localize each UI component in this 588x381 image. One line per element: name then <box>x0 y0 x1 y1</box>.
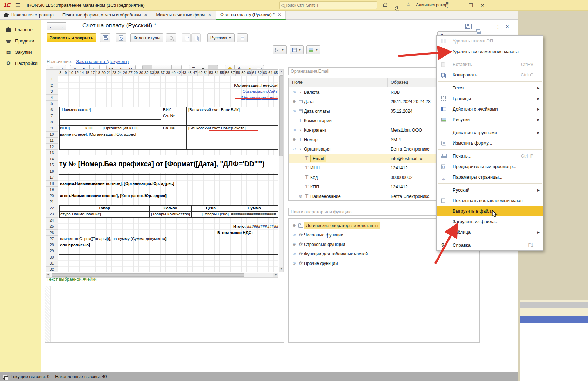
sidebar-item-settings[interactable]: ⚙ Настройки <box>0 58 41 69</box>
expand-icon[interactable]: ⊕ <box>291 109 297 113</box>
expand-icon[interactable]: ⊕ <box>291 137 297 142</box>
row-header[interactable]: 23 <box>46 211 58 218</box>
cell-supplier[interactable]: изация.Наименование полное], [Организаци… <box>60 181 214 187</box>
column-header[interactable]: 33 <box>149 70 155 76</box>
cell-total[interactable]: Итого: ############## <box>179 223 278 229</box>
service-menu-icon[interactable]: ≡▼ <box>446 2 449 9</box>
menu-item-Копировать[interactable]: КопироватьCtrl+C <box>437 70 543 80</box>
scroll-thumb[interactable] <box>52 273 244 277</box>
menu-item-Вставить[interactable]: ВставитьCtrl+V <box>437 59 543 70</box>
headers-footers-button[interactable]: Колонтитулы <box>130 33 163 42</box>
menu-item-Загрузить-из-файла-[interactable]: Загрузить из файла... <box>437 216 543 227</box>
column-header[interactable]: 32 <box>144 70 149 76</box>
column-header[interactable]: 51 <box>203 70 209 76</box>
column-header[interactable]: 64 <box>268 70 273 76</box>
notifications-icon[interactable] <box>383 3 387 6</box>
column-header[interactable]: 37 <box>160 70 165 76</box>
preview-button[interactable] <box>116 33 126 42</box>
row-header[interactable]: 19 <box>46 187 58 193</box>
selected-cell-text-area[interactable] <box>45 286 284 343</box>
minimize-button[interactable]: – <box>455 1 464 9</box>
sidebar-item-sales[interactable]: Продажи <box>0 35 41 46</box>
cell-sch1[interactable]: Сч. № <box>163 113 184 119</box>
cell-rowscount[interactable]: оличествоСтрок([Товары])], на сумму [Сум… <box>60 236 214 242</box>
column-header[interactable]: 53 <box>209 70 214 76</box>
copy-style-button-2[interactable] <box>191 33 201 42</box>
sheet-corner[interactable] <box>46 70 58 76</box>
cell-bik_label[interactable]: БИК <box>163 107 184 113</box>
cell-item_sum[interactable]: #################### <box>231 211 278 217</box>
scroll-thumb[interactable] <box>279 75 283 156</box>
row-header[interactable]: 1 <box>46 76 58 82</box>
menu-item-Таблица[interactable]: Таблица▶ <box>437 227 543 238</box>
row-header[interactable]: 30 <box>46 254 58 261</box>
row-header[interactable]: 9 <box>46 125 58 132</box>
cell-account[interactable]: [Банковский счет.Номер счета] <box>188 125 272 131</box>
row-header[interactable]: 32 <box>46 267 58 273</box>
main-menu-icon[interactable]: ☰ <box>15 2 20 8</box>
menu-item-Рисунки[interactable]: Рисунки▶ <box>437 114 543 125</box>
row-header[interactable]: 18 <box>46 181 58 187</box>
close-window-button[interactable]: ✕ <box>478 1 487 9</box>
column-header[interactable]: 60 <box>246 70 252 76</box>
history-icon[interactable] <box>395 6 399 11</box>
column-header[interactable]: 17 <box>90 70 95 76</box>
tab-close-icon[interactable]: ✕ <box>144 13 148 18</box>
column-header[interactable]: 59 <box>241 70 246 76</box>
copy-style-button-1[interactable] <box>182 33 191 42</box>
cell-doc-title[interactable]: ту № [Номер.Без префикса] от [Формат([Да… <box>59 155 278 173</box>
menu-item-Справка[interactable]: ?СправкаF1 <box>437 240 543 250</box>
global-search[interactable] <box>279 1 377 9</box>
row-header[interactable]: 25 <box>46 223 58 230</box>
column-header[interactable]: 9 <box>63 70 68 76</box>
column-header[interactable]: 42 <box>176 70 182 76</box>
column-header[interactable]: 49 <box>198 70 203 76</box>
column-field[interactable]: Поле <box>289 78 388 87</box>
expand-icon[interactable]: ⊕ <box>291 99 297 104</box>
cell-vat[interactable]: В том числе НДС: <box>151 230 253 236</box>
row-header[interactable]: 26 <box>46 230 58 236</box>
cell-site[interactable]: [Организация.Сайт] <box>193 88 278 94</box>
column-header[interactable]: 63 <box>263 70 268 76</box>
picture-dropdown[interactable]: ▼ <box>306 45 320 54</box>
row-header[interactable]: 8 <box>46 119 58 126</box>
cell-email[interactable]: [Организация.Email] <box>193 95 278 101</box>
column-header[interactable]: 30 <box>138 70 144 76</box>
search-input[interactable] <box>284 3 365 8</box>
row-header[interactable]: 24 <box>46 218 58 224</box>
column-header[interactable]: 45 <box>187 70 192 76</box>
cell-sch2[interactable]: Сч. № <box>163 125 184 131</box>
more-options-icon[interactable]: ⋮ <box>495 24 499 29</box>
sheet-row-headers[interactable]: 1234567891011121314151617181920212223242… <box>46 76 58 272</box>
row-header[interactable]: 13 <box>46 150 58 156</box>
column-header[interactable]: 56 <box>225 70 230 76</box>
tab-close-icon[interactable]: ✕ <box>208 13 211 18</box>
column-header[interactable]: 27 <box>128 70 133 76</box>
borders-dropdown[interactable]: ▼ <box>273 45 287 54</box>
row-header[interactable]: 10 <box>46 132 58 138</box>
expand-icon[interactable]: ⊕ <box>291 128 297 132</box>
cell-bik_value[interactable]: [Банковский счет.Банк.БИК] <box>188 107 278 113</box>
row-header[interactable]: 7 <box>46 113 58 119</box>
cell-th_cena[interactable]: Цена <box>192 205 230 211</box>
row-header[interactable]: 16 <box>46 168 58 175</box>
save-icon[interactable] <box>465 24 472 29</box>
menu-item-Выгрузить-в-файл-[interactable]: Выгрузить в файл... <box>437 206 543 216</box>
column-header[interactable]: 54 <box>214 70 219 76</box>
column-header[interactable]: 35 <box>155 70 160 76</box>
page-view-button[interactable] <box>237 33 248 42</box>
tab-layouts[interactable]: Макеты печатных форм ✕ <box>152 11 216 20</box>
cell-name_part[interactable]: .Наименование] <box>61 107 148 113</box>
cell-fullname[interactable]: вание полное], [Организация.Юр. адрес] <box>60 132 162 138</box>
row-header[interactable]: 3 <box>46 88 58 95</box>
cells-dropdown[interactable]: ▼ <box>290 45 304 54</box>
tab-close-icon[interactable]: ✕ <box>278 12 281 17</box>
menu-item-Текст[interactable]: Текст▶ <box>437 83 543 93</box>
row-header[interactable]: 2 <box>46 82 58 89</box>
row-header[interactable]: 11 <box>46 138 58 144</box>
row-header[interactable]: 17 <box>46 174 58 181</box>
sidebar-item-main[interactable]: Главное <box>0 24 41 35</box>
column-header[interactable]: 61 <box>252 70 257 76</box>
column-header[interactable]: 8 <box>58 70 63 76</box>
cell-th_summa[interactable]: Сумма <box>230 205 278 211</box>
